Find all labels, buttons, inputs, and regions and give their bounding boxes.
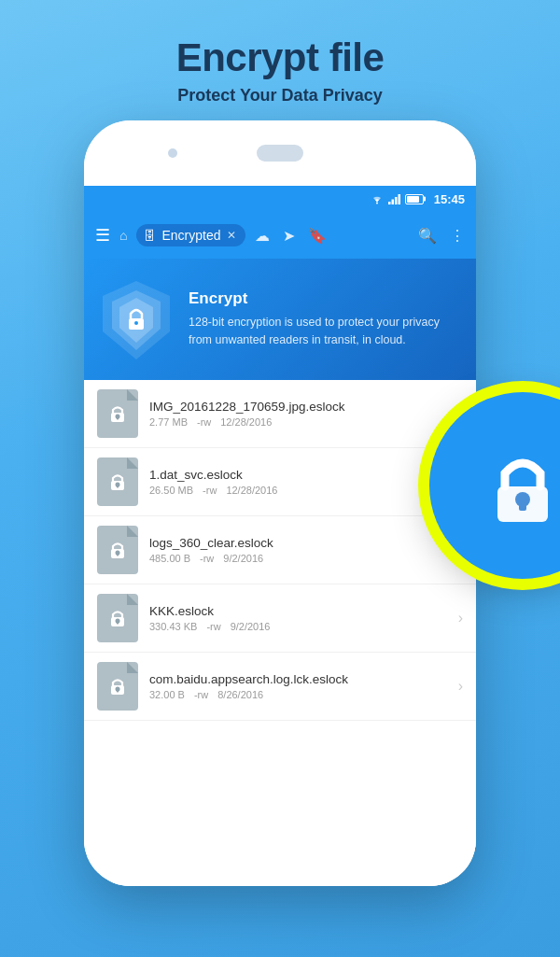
menu-icon[interactable]: ☰ xyxy=(95,225,110,246)
breadcrumb[interactable]: 🗄 Encrypted ✕ xyxy=(136,224,245,246)
file-name: KKK.eslock xyxy=(149,604,447,618)
breadcrumb-close-icon[interactable]: ✕ xyxy=(227,229,236,242)
file-size: 330.43 KB xyxy=(149,621,197,632)
search-icon[interactable]: 🔍 xyxy=(418,227,437,245)
file-permissions: -rw xyxy=(200,553,214,564)
encrypt-text: Encrypt 128-bit encryption is used to pr… xyxy=(189,289,461,349)
file-date: 9/2/2016 xyxy=(231,621,271,632)
file-name: logs_360_clear.eslock xyxy=(149,536,447,550)
more-icon[interactable]: ⋮ xyxy=(450,227,465,245)
file-permissions: -rw xyxy=(197,416,211,428)
file-info: 1.dat_svc.eslock 26.50 MB -rw 12/28/2016 xyxy=(149,468,447,496)
file-date: 8/26/2016 xyxy=(217,689,263,700)
phone-top-bezel xyxy=(84,120,476,186)
file-name: com.baidu.appsearch.log.lck.eslock xyxy=(149,672,447,686)
shield-graphic xyxy=(99,277,174,361)
file-meta: 2.77 MB -rw 12/28/2016 xyxy=(149,416,447,428)
file-meta: 26.50 MB -rw 12/28/2016 xyxy=(149,485,447,496)
file-size: 26.50 MB xyxy=(149,485,193,496)
file-lock-icon xyxy=(108,540,127,560)
svg-rect-18 xyxy=(117,553,119,556)
svg-rect-12 xyxy=(117,416,119,420)
file-meta: 32.00 B -rw 8/26/2016 xyxy=(149,689,447,700)
encrypt-banner-title: Encrypt xyxy=(189,289,461,308)
file-more-icon[interactable]: › xyxy=(458,678,463,695)
svg-rect-27 xyxy=(519,500,526,511)
svg-point-9 xyxy=(134,321,138,325)
file-permissions: -rw xyxy=(206,621,220,632)
svg-rect-24 xyxy=(117,689,119,693)
file-info: logs_360_clear.eslock 485.00 B -rw 9/2/2… xyxy=(149,536,447,564)
bookmark-icon[interactable]: 🔖 xyxy=(308,227,327,245)
file-size: 32.00 B xyxy=(149,689,185,700)
file-icon xyxy=(97,662,138,711)
phone-screen: 15:45 ☰ ⌂ 🗄 Encrypted ✕ ☁ ➤ 🔖 🔍 ⋮ xyxy=(84,186,476,886)
svg-rect-4 xyxy=(398,194,400,204)
file-size: 2.77 MB xyxy=(149,416,188,428)
file-item[interactable]: logs_360_clear.eslock 485.00 B -rw 9/2/2… xyxy=(84,516,476,584)
home-icon[interactable]: ⌂ xyxy=(119,228,127,243)
file-icon xyxy=(97,526,138,574)
file-icon xyxy=(97,594,138,642)
file-info: IMG_20161228_170659.jpg.eslock 2.77 MB -… xyxy=(149,400,447,428)
status-bar: 15:45 xyxy=(84,186,476,212)
status-icons: 15:45 xyxy=(371,192,465,206)
encrypt-banner: Encrypt 128-bit encryption is used to pr… xyxy=(84,259,476,380)
phone-frame: 15:45 ☰ ⌂ 🗄 Encrypted ✕ ☁ ➤ 🔖 🔍 ⋮ xyxy=(84,120,476,886)
page-title: Encrypt file xyxy=(176,35,385,80)
phone-speaker xyxy=(257,145,303,162)
svg-rect-15 xyxy=(117,485,119,488)
file-item[interactable]: KKK.eslock 330.43 KB -rw 9/2/2016 › xyxy=(84,584,476,653)
file-icon xyxy=(97,389,138,438)
file-name: IMG_20161228_170659.jpg.eslock xyxy=(149,400,447,414)
svg-rect-3 xyxy=(395,197,398,204)
svg-point-0 xyxy=(376,202,378,204)
file-permissions: -rw xyxy=(203,485,217,496)
big-lock-icon xyxy=(481,443,560,528)
file-info: com.baidu.appsearch.log.lck.eslock 32.00… xyxy=(149,672,447,700)
battery-icon xyxy=(405,194,424,204)
file-meta: 330.43 KB -rw 9/2/2016 xyxy=(149,621,447,632)
file-date: 12/28/2016 xyxy=(226,485,277,496)
file-lock-icon xyxy=(108,403,127,424)
file-date: 9/2/2016 xyxy=(223,553,263,564)
breadcrumb-lock-icon: 🗄 xyxy=(144,229,156,243)
wifi-icon xyxy=(371,194,384,204)
toolbar-extra-actions: ☁ ➤ 🔖 xyxy=(255,227,327,245)
status-time: 15:45 xyxy=(434,192,465,206)
file-more-icon[interactable]: › xyxy=(458,610,463,626)
svg-rect-2 xyxy=(391,199,394,204)
page-subtitle: Protect Your Data Privacy xyxy=(176,86,385,106)
file-item[interactable]: 1.dat_svc.eslock 26.50 MB -rw 12/28/2016… xyxy=(84,448,476,516)
file-size: 485.00 B xyxy=(149,553,190,564)
breadcrumb-label: Encrypted xyxy=(161,228,220,243)
file-info: KKK.eslock 330.43 KB -rw 9/2/2016 xyxy=(149,604,447,632)
file-item[interactable]: com.baidu.appsearch.log.lck.eslock 32.00… xyxy=(84,653,476,721)
file-item[interactable]: IMG_20161228_170659.jpg.eslock 2.77 MB -… xyxy=(84,380,476,448)
cloud-icon[interactable]: ☁ xyxy=(255,227,270,245)
svg-rect-21 xyxy=(117,621,119,625)
file-name: 1.dat_svc.eslock xyxy=(149,468,447,482)
signal-icon xyxy=(388,194,400,204)
file-lock-icon xyxy=(108,471,127,492)
file-permissions: -rw xyxy=(194,689,208,700)
file-date: 12/28/2016 xyxy=(220,416,272,428)
toolbar: ☰ ⌂ 🗄 Encrypted ✕ ☁ ➤ 🔖 🔍 ⋮ xyxy=(84,212,476,259)
send-icon[interactable]: ➤ xyxy=(283,227,295,245)
encrypt-banner-description: 128-bit encryption is used to protect yo… xyxy=(189,314,461,349)
file-meta: 485.00 B -rw 9/2/2016 xyxy=(149,553,447,564)
file-lock-icon xyxy=(108,676,127,697)
phone-camera xyxy=(168,148,177,158)
file-lock-icon xyxy=(108,608,127,628)
file-icon xyxy=(97,457,138,506)
toolbar-right-actions: 🔍 ⋮ xyxy=(418,227,465,245)
svg-rect-1 xyxy=(388,202,391,204)
page-header: Encrypt file Protect Your Data Privacy xyxy=(176,0,385,106)
file-list: IMG_20161228_170659.jpg.eslock 2.77 MB -… xyxy=(84,380,476,886)
